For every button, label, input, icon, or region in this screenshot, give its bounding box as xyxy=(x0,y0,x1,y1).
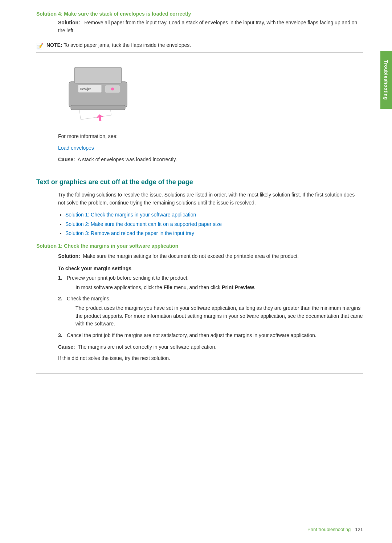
step-1: Preview your print job before sending it… xyxy=(58,274,363,291)
section2-intro: Try the following solutions to resolve t… xyxy=(58,191,363,207)
printer-svg: Deskjet xyxy=(58,60,138,125)
section1-solution-text: Remove all paper from the input tray. Lo… xyxy=(58,20,357,33)
footer: Print troubleshooting 121 xyxy=(307,527,363,532)
section1-load-envelopes-link[interactable]: Load envelopes xyxy=(58,144,363,152)
side-tab: Troubleshooting xyxy=(380,51,392,109)
step2-sub: The product uses the margins you have se… xyxy=(75,304,363,328)
step-2: Check the margins. The product uses the … xyxy=(58,295,363,328)
bullet-item-1[interactable]: Solution 1: Check the margins in your so… xyxy=(65,211,363,219)
svg-text:Deskjet: Deskjet xyxy=(80,87,91,91)
side-tab-label: Troubleshooting xyxy=(384,60,389,100)
section2-bullets: Solution 1: Check the margins in your so… xyxy=(65,211,363,238)
solution1-cause: Cause: The margins are not set correctly… xyxy=(58,343,363,351)
solution1-if-not-solved: If this did not solve the issue, try the… xyxy=(58,354,363,362)
svg-rect-1 xyxy=(74,67,122,83)
printer-image-container: Deskjet xyxy=(58,60,138,125)
solution1-cause-text: The margins are not set correctly in you… xyxy=(78,344,216,350)
divider1 xyxy=(36,171,363,171)
check-margin-subheading: To check your margin settings xyxy=(58,266,363,271)
divider2 xyxy=(36,373,363,374)
step1-text: Preview your print job before sending it… xyxy=(67,275,188,281)
steps-list: Preview your print job before sending it… xyxy=(58,274,363,340)
footer-page-number: 121 xyxy=(355,527,363,532)
solution1-solution: Solution: Make sure the margin settings … xyxy=(58,252,363,260)
section1-cause-text: A stack of envelopes was loaded incorrec… xyxy=(78,157,177,162)
section1-note: 📝 NOTE: To avoid paper jams, tuck the fl… xyxy=(36,39,363,53)
bullet-item-3[interactable]: Solution 3: Remove and reload the paper … xyxy=(65,229,363,238)
step2-text: Check the margins. xyxy=(67,296,111,301)
solution1-cause-label: Cause: xyxy=(58,344,75,350)
solution1-text: Make sure the margin settings for the do… xyxy=(83,253,299,259)
section1-cause: Cause: A stack of envelopes was loaded i… xyxy=(58,156,363,164)
step1-sub: In most software applications, click the… xyxy=(75,284,363,292)
bullet-link-3[interactable]: Solution 3: Remove and reload the paper … xyxy=(65,230,194,236)
section2: Text or graphics are cut off at the edge… xyxy=(36,178,363,362)
note-text: To avoid paper jams, tuck the flaps insi… xyxy=(64,42,191,48)
footer-link[interactable]: Print troubleshooting xyxy=(307,527,351,532)
bullet-item-2[interactable]: Solution 2: Make sure the document can f… xyxy=(65,220,363,229)
solution1-label: Solution: xyxy=(58,253,80,259)
bullet-link-1[interactable]: Solution 1: Check the margins in your so… xyxy=(65,212,196,218)
section1-cause-label: Cause: xyxy=(58,157,75,162)
section1-more-info: For more information, see: xyxy=(58,133,363,141)
solution1-heading: Solution 1: Check the margins in your so… xyxy=(36,243,363,249)
svg-point-3 xyxy=(111,88,114,90)
section1: Solution 4: Make sure the stack of envel… xyxy=(36,11,363,163)
step3-text: Cancel the print job if the margins are … xyxy=(67,332,317,338)
note-label: NOTE: xyxy=(46,42,62,48)
section2-heading: Text or graphics are cut off at the edge… xyxy=(36,178,363,186)
section1-heading: Solution 4: Make sure the stack of envel… xyxy=(36,11,363,17)
section1-solution: Solution: Remove all paper from the inpu… xyxy=(58,19,363,35)
solution1-section: Solution 1: Check the margins in your so… xyxy=(36,243,363,362)
note-icon: 📝 xyxy=(36,42,44,49)
svg-rect-7 xyxy=(71,105,125,110)
step-3: Cancel the print job if the margins are … xyxy=(58,332,363,340)
main-content: Solution 4: Make sure the stack of envel… xyxy=(36,0,363,403)
section1-solution-label: Solution: xyxy=(58,20,80,25)
bullet-link-2[interactable]: Solution 2: Make sure the document can f… xyxy=(65,221,222,227)
